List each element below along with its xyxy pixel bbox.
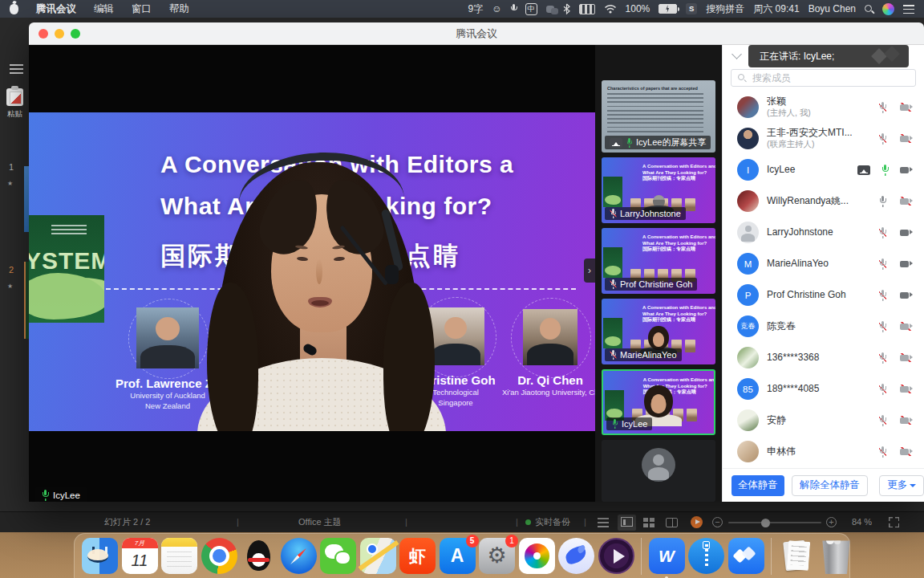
normal-view-icon[interactable] <box>598 518 609 527</box>
emoji-status-icon[interactable]: ☺ <box>492 4 501 14</box>
camera-off-icon[interactable] <box>900 197 913 206</box>
dock-finder[interactable] <box>82 538 118 574</box>
search-input[interactable] <box>731 69 916 87</box>
mic-muted-icon[interactable] <box>879 321 886 332</box>
unmute-all-button[interactable]: 解除全体静音 <box>792 475 869 496</box>
autosave-label[interactable]: 实时备份 <box>535 512 570 532</box>
keyboard-battery-icon[interactable] <box>579 4 595 14</box>
dock-xiami-music[interactable]: 虾 <box>399 538 436 574</box>
participant-row[interactable]: 竞春 陈竞春 <box>723 311 924 342</box>
mic-muted-icon[interactable] <box>879 352 886 364</box>
menu-item-edit[interactable]: 编辑 <box>94 2 114 16</box>
more-button[interactable]: 更多 <box>879 475 924 496</box>
screen-share-icon[interactable] <box>857 165 870 175</box>
camera-off-icon[interactable] <box>900 134 913 143</box>
current-view-button[interactable] <box>618 515 636 531</box>
menubar-clock[interactable]: 周六 09:41 <box>753 2 799 16</box>
main-video-area[interactable]: SYSTEM A Conversation with Editors a Wha… <box>29 45 595 502</box>
dock-trash[interactable] <box>818 538 854 574</box>
notification-center-icon[interactable] <box>903 5 914 14</box>
mic-muted-icon[interactable] <box>879 133 886 144</box>
zoom-percent[interactable]: 84 % <box>852 512 872 532</box>
camera-off-icon[interactable] <box>900 385 913 393</box>
meeting-titlebar[interactable]: 腾讯会议 <box>29 22 924 45</box>
mic-muted-icon[interactable] <box>879 102 886 113</box>
ribbon-toggle-icon[interactable] <box>10 64 23 74</box>
thumbnail-mariealinayeo[interactable]: A Conversation with Editors and Authors:… <box>602 299 715 364</box>
dock-maps[interactable] <box>360 538 396 574</box>
participant-row[interactable]: 85 189****4085 <box>723 373 924 405</box>
thumbnail-larryjohnstone[interactable]: A Conversation with Editors and Authors:… <box>602 157 715 223</box>
participant-row[interactable]: 张颖(主持人, 我) <box>723 92 924 123</box>
bluetooth-icon[interactable] <box>563 3 570 14</box>
mic-muted-icon[interactable] <box>879 446 886 458</box>
mic-muted-icon[interactable] <box>879 415 886 426</box>
zoom-slider[interactable] <box>728 522 821 523</box>
menubar-user[interactable]: Boyu Chen <box>808 3 856 14</box>
dock-tencent-meeting[interactable] <box>728 538 764 574</box>
dock-notes[interactable] <box>161 538 197 574</box>
ime-char-count[interactable]: 9字 <box>468 2 484 16</box>
dock-system-preferences[interactable]: ⚙1 <box>479 538 515 574</box>
menubar-mic-icon[interactable] <box>511 4 517 14</box>
zoom-out-button[interactable]: − <box>712 517 723 527</box>
dock-documents[interactable] <box>779 538 815 574</box>
camera-on-icon[interactable] <box>900 259 913 268</box>
mic-muted-icon[interactable] <box>879 384 886 395</box>
thumbnail-partial[interactable] <box>602 440 715 502</box>
camera-on-icon[interactable] <box>900 165 913 174</box>
menu-item-window[interactable]: 窗口 <box>132 2 152 16</box>
participant-row[interactable]: 安静 <box>723 405 924 436</box>
mute-all-button[interactable]: 全体静音 <box>732 475 784 496</box>
spotlight-search-icon[interactable] <box>865 5 873 14</box>
menu-app-name[interactable]: 腾讯会议 <box>36 2 76 16</box>
fit-slide-icon[interactable] <box>889 517 899 527</box>
dock-chrome[interactable] <box>201 538 237 574</box>
menu-item-help[interactable]: 帮助 <box>169 2 189 16</box>
slide-1-number[interactable]: 1 <box>9 162 14 172</box>
apple-menu-icon[interactable] <box>10 4 18 14</box>
participant-list[interactable]: 张颖(主持人, 我) 王非-西安交大MTI...(联席主持人) I IcyLee… <box>723 92 924 468</box>
slide-sorter-icon[interactable] <box>643 518 655 527</box>
collapse-thumbnails-button[interactable]: › <box>584 258 595 283</box>
thumbnail-prof-christine-goh[interactable]: A Conversation with Editors and Authors:… <box>602 228 715 294</box>
camera-off-icon[interactable] <box>900 103 913 112</box>
thumbnail-screen-share[interactable]: Characteristics of papers that are accep… <box>602 80 715 153</box>
dock-media-player[interactable] <box>598 538 634 574</box>
camera-off-icon[interactable] <box>900 416 913 425</box>
camera-off-icon[interactable] <box>900 447 913 456</box>
participant-row[interactable]: I IcyLee <box>723 154 924 185</box>
dock-wechat[interactable] <box>320 538 356 574</box>
dock-wps-office[interactable]: W <box>649 538 685 574</box>
camera-off-icon[interactable] <box>900 353 913 362</box>
mic-muted-icon[interactable] <box>879 227 886 238</box>
chat-status-icon[interactable] <box>546 6 554 13</box>
slide-2-number[interactable]: 2 <box>9 265 14 275</box>
battery-icon[interactable] <box>659 4 677 14</box>
dock-safari[interactable] <box>281 538 317 574</box>
zoom-in-button[interactable]: + <box>826 517 837 527</box>
participant-row[interactable]: 136****3368 <box>723 342 924 373</box>
participant-row[interactable]: 王非-西安交大MTI...(联席主持人) <box>723 123 924 154</box>
dock-qq[interactable] <box>241 538 277 574</box>
camera-on-icon[interactable] <box>900 291 913 299</box>
participant-row[interactable]: WillyRenandya姚... <box>723 185 924 217</box>
dock-app-store[interactable]: A5 <box>440 538 476 574</box>
ime-indicator[interactable]: 中 <box>525 3 537 15</box>
reading-view-icon[interactable] <box>666 518 678 527</box>
camera-on-icon[interactable] <box>900 228 913 237</box>
participant-row[interactable]: P Prof Christine Goh <box>723 279 924 311</box>
zoom-slider-thumb[interactable] <box>761 519 770 527</box>
mic-unmuted-icon[interactable] <box>879 196 886 207</box>
dock-calendar[interactable]: 7月11 <box>122 538 158 574</box>
sogou-label[interactable]: 搜狗拼音 <box>706 2 744 16</box>
camera-off-icon[interactable] <box>900 322 913 331</box>
sogou-icon[interactable]: S <box>686 3 697 14</box>
participant-row[interactable]: M MarieAlinaYeo <box>723 248 924 279</box>
dock-thunder[interactable] <box>558 538 594 574</box>
participant-row[interactable]: LarryJohnstone <box>723 217 924 248</box>
paste-icon[interactable] <box>6 88 23 106</box>
participant-row[interactable]: 申林伟 <box>723 436 924 467</box>
chevron-down-icon[interactable] <box>732 49 742 59</box>
mic-muted-icon[interactable] <box>879 258 886 270</box>
